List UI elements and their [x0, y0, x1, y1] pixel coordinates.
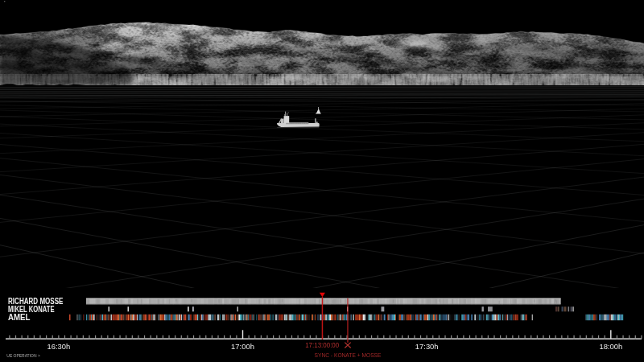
- svg-text:AMEL: AMEL: [8, 313, 31, 322]
- svg-text:17:30h: 17:30h: [415, 342, 439, 351]
- svg-text:SYNC - KONATE + MOSSE: SYNC - KONATE + MOSSE: [315, 352, 382, 359]
- svg-text:17:13:00:00: 17:13:00:00: [305, 340, 339, 349]
- svg-text:UE OPERATION >: UE OPERATION >: [6, 353, 40, 358]
- svg-text:17:00h: 17:00h: [231, 342, 254, 351]
- svg-text:16:30h: 16:30h: [47, 342, 71, 351]
- svg-text:18:00h: 18:00h: [599, 342, 622, 351]
